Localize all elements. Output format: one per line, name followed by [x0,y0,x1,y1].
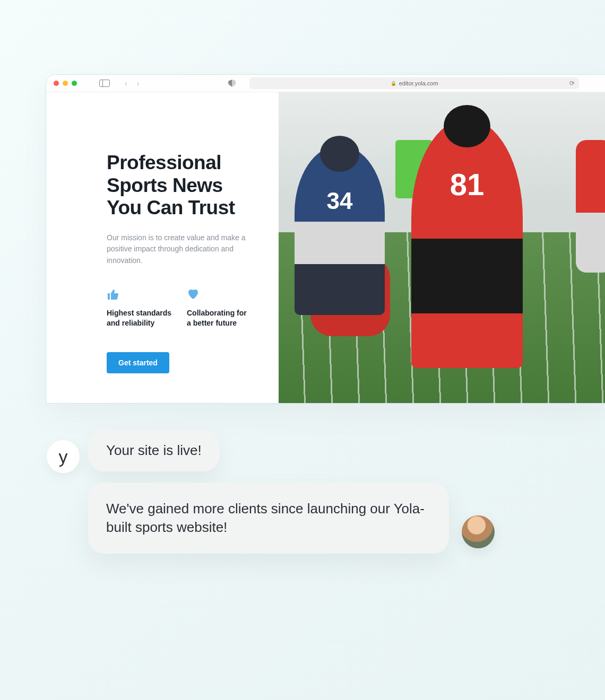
browser-chrome: ‹ › 🔒 editor.yola.com ⟳ [46,75,605,92]
hero-image [279,92,605,403]
get-started-button[interactable]: Get started [107,352,169,373]
features-row: Highest standards and reliability Collab… [107,288,252,329]
navigation-arrows: ‹ › [125,79,139,88]
message-text: We've gained more clients since launchin… [106,501,425,535]
url-text: editor.yola.com [399,80,438,86]
feature-text: Highest standards and reliability [107,308,172,329]
browser-window: ‹ › 🔒 editor.yola.com ⟳ Professional Spo… [46,74,605,404]
forward-button[interactable]: › [137,79,140,88]
sidebar-toggle-icon[interactable] [99,80,110,87]
user-message: We've gained more clients since launchin… [88,483,449,554]
assistant-avatar: y [47,440,80,473]
avatar-letter: y [59,447,68,467]
player-background [576,140,605,273]
feature-text: Collaborating for a better future [187,308,252,329]
maximize-window-button[interactable] [72,81,77,86]
close-window-button[interactable] [54,81,59,86]
feature-item: Collaborating for a better future [187,288,252,329]
page-heading: Professional Sports News You Can Trust [107,152,252,220]
page-mission-text: Our mission is to create value and make … [107,232,252,267]
lock-icon: 🔒 [391,81,396,86]
minimize-window-button[interactable] [63,81,68,86]
back-button[interactable]: ‹ [125,79,127,88]
thumbs-up-icon [107,288,172,300]
player-34 [295,145,385,315]
privacy-shield-icon[interactable] [228,80,236,87]
message-text: Your site is live! [106,442,202,458]
player-81 [411,119,523,368]
feature-item: Highest standards and reliability [107,288,172,329]
assistant-message: Your site is live! [88,430,220,471]
heart-icon [187,288,252,300]
user-avatar [462,515,495,548]
page-content: Professional Sports News You Can Trust O… [46,92,605,403]
refresh-button[interactable]: ⟳ [569,80,575,87]
window-controls [54,81,77,86]
hero-text-column: Professional Sports News You Can Trust O… [46,92,279,403]
url-bar[interactable]: 🔒 editor.yola.com ⟳ [249,77,579,89]
